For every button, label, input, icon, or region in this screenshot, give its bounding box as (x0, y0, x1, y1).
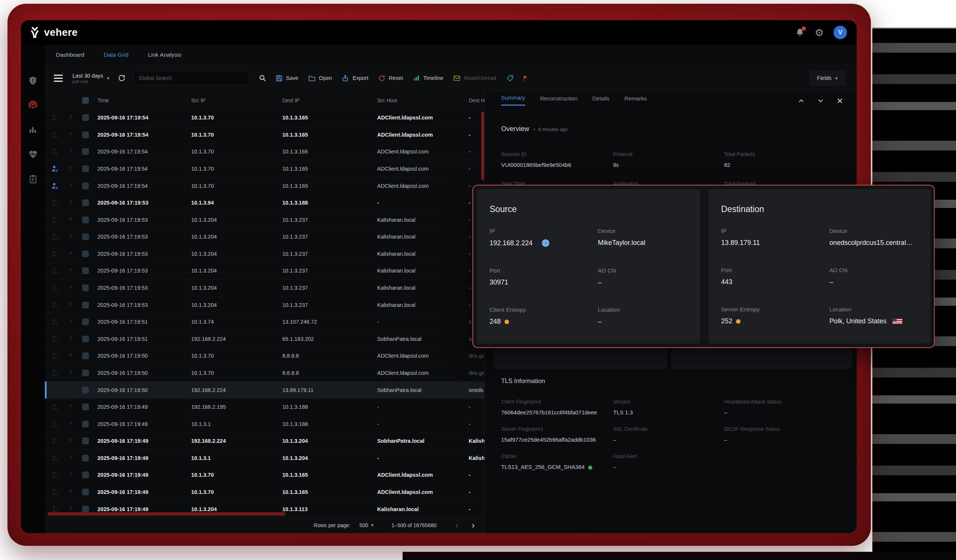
row-checkbox[interactable] (82, 284, 89, 291)
row-checkbox[interactable] (82, 199, 89, 206)
table-row[interactable]: 2025-09-16 17:19:4910.1.3.7010.1.3.165AD… (45, 467, 484, 484)
flag-faint-icon (68, 420, 75, 428)
column-header-src-ip[interactable]: Src IP (191, 97, 282, 104)
table-row[interactable]: 2025-09-16 17:19:5310.1.3.20410.1.3.237K… (45, 296, 484, 314)
shield-alert-icon[interactable] (28, 75, 38, 86)
threat-target-icon[interactable] (28, 100, 38, 110)
row-checkbox[interactable] (82, 132, 89, 138)
row-checkbox[interactable] (82, 370, 89, 376)
table-row[interactable]: 2025-09-16 17:19:5310.1.3.20410.1.3.237K… (45, 262, 484, 280)
table-row[interactable]: 2025-09-16 17:19:49192.168.2.19510.1.3.1… (45, 399, 484, 416)
row-checkbox[interactable] (82, 472, 89, 478)
export-button[interactable]: Export (342, 74, 368, 82)
table-row[interactable]: 2025-09-16 17:19:5410.1.3.7010.1.3.165AD… (45, 143, 484, 160)
table-row[interactable]: 2025-09-16 17:19:5010.1.3.708.8.8.8ADCli… (45, 348, 484, 365)
fields-button[interactable]: Fields ▾ (810, 71, 845, 85)
previous-page-button[interactable]: ‹ (451, 520, 462, 530)
reset-button[interactable]: Reset (378, 74, 403, 82)
background-bottom-strip (403, 552, 956, 560)
table-row[interactable]: 2025-09-16 17:19:5010.1.3.708.8.8.8ADCli… (45, 365, 484, 382)
time-range-picker[interactable]: Last 30 days just now ▾ (72, 72, 109, 84)
table-row[interactable]: 2025-09-16 17:19:51192.168.2.22465.1.183… (45, 331, 484, 348)
nav-tab-data-grid[interactable]: Data Grid (104, 52, 129, 58)
nav-tab-link-analysis[interactable]: Link Analysis (148, 52, 181, 58)
row-checkbox[interactable] (82, 336, 89, 342)
table-row[interactable]: 2025-09-16 17:19:5410.1.3.7010.1.3.165AD… (45, 160, 484, 178)
open-button[interactable]: Open (308, 74, 332, 82)
column-header-src-host[interactable]: Src Host (377, 97, 469, 104)
column-header-time[interactable]: Time (97, 97, 191, 104)
row-checkbox[interactable] (82, 114, 89, 121)
timeline-button[interactable]: Timeline (413, 74, 443, 82)
table-row[interactable]: 2025-09-16 17:19:5410.1.3.7010.1.3.165AD… (45, 177, 484, 195)
row-checkbox[interactable] (82, 387, 89, 394)
table-row[interactable]: 2025-09-16 17:19:50192.168.2.22413.89.17… (45, 381, 484, 399)
save-icon (275, 74, 283, 82)
detail-tab-remarks[interactable]: Remarks (624, 95, 647, 105)
refresh-icon[interactable] (118, 74, 126, 82)
table-row[interactable]: 2025-09-16 17:19:5410.1.3.7010.1.3.165AD… (45, 110, 484, 127)
user-avatar[interactable]: V (833, 26, 847, 39)
report-clipboard-icon[interactable] (28, 174, 38, 184)
row-checkbox[interactable] (82, 183, 89, 189)
table-row[interactable]: 2025-09-16 17:19:49192.168.2.22410.1.3.2… (45, 433, 484, 450)
row-checkbox[interactable] (82, 267, 89, 274)
horizontal-scrollbar[interactable] (48, 512, 285, 516)
row-checkbox[interactable] (82, 438, 89, 444)
cell-dest-ip: 13.107.246.72 (282, 319, 377, 325)
detail-tab-details[interactable]: Details (592, 95, 609, 105)
cell-src-ip: 10.1.3.70 (191, 472, 282, 478)
row-checkbox[interactable] (82, 353, 89, 359)
row-checkbox[interactable] (82, 403, 89, 410)
row-checkbox[interactable] (82, 506, 89, 513)
health-pulse-icon[interactable] (28, 149, 38, 159)
next-page-button[interactable]: › (467, 520, 479, 530)
read-unread-button[interactable]: Read/Unread (453, 74, 496, 82)
cell-src-ip: 10.1.3.1 (191, 421, 282, 427)
table-row[interactable]: 2025-09-16 17:19:5310.1.3.9410.1.3.188-- (45, 195, 484, 212)
field-ip: IP192.168.2.224 (490, 228, 598, 247)
notifications-bell-icon[interactable] (796, 28, 805, 37)
tag-icon[interactable] (506, 74, 514, 82)
cell-src-host: - (377, 319, 469, 325)
settings-gear-icon[interactable]: ⚙ (815, 28, 824, 38)
table-row[interactable]: 2025-09-16 17:19:5110.1.3.7413.107.246.7… (45, 314, 484, 331)
chevron-down-icon[interactable] (816, 97, 825, 105)
user-edit-icon (51, 147, 59, 156)
row-checkbox[interactable] (82, 251, 89, 257)
row-checkbox[interactable] (82, 148, 89, 155)
row-checkbox[interactable] (82, 233, 89, 240)
column-header-dest-ip[interactable]: Dest IP (282, 97, 377, 104)
table-row[interactable]: 2025-09-16 17:19:5310.1.3.20410.1.3.237K… (45, 246, 484, 263)
table-row[interactable]: 2025-09-16 17:19:4910.1.3.110.1.3.188-- (45, 416, 484, 433)
row-checkbox[interactable] (82, 318, 89, 325)
column-header-dest-host[interactable]: Dest Host (469, 97, 484, 104)
search-icon[interactable] (255, 71, 270, 85)
row-checkbox[interactable] (82, 421, 89, 427)
row-checkbox[interactable] (82, 455, 89, 461)
table-row[interactable]: 2025-09-16 17:19:5310.1.3.20410.1.3.237K… (45, 229, 484, 246)
select-all-checkbox[interactable] (82, 97, 89, 104)
row-checkbox[interactable] (82, 489, 89, 496)
detail-tab-summary[interactable]: Summary (501, 94, 525, 106)
rows-per-page-select[interactable]: 500 ▾ (359, 522, 373, 528)
close-icon[interactable] (836, 97, 844, 105)
row-checkbox[interactable] (82, 165, 89, 172)
table-row[interactable]: 2025-09-16 17:19:5310.1.3.20410.1.3.237K… (45, 211, 484, 229)
nav-tab-dashboard[interactable]: Dashboard (56, 52, 84, 58)
detail-tab-reconstruction[interactable]: Reconstruction (540, 95, 577, 105)
row-checkbox[interactable] (82, 216, 89, 223)
row-checkbox[interactable] (82, 302, 89, 308)
menu-hamburger-icon[interactable] (54, 75, 63, 82)
table-row[interactable]: 2025-09-16 17:19:4910.1.3.7010.1.3.165AD… (45, 484, 484, 501)
table-row[interactable]: 2025-09-16 17:19:4910.1.3.110.1.3.204-Ka… (45, 450, 484, 467)
bar-chart-icon[interactable] (28, 124, 38, 135)
vertical-scrollbar[interactable] (481, 112, 484, 180)
flag-icon[interactable] (522, 74, 529, 82)
table-row[interactable]: 2025-09-16 17:19:5310.1.3.20410.1.3.237K… (45, 280, 484, 297)
save-button[interactable]: Save (275, 74, 299, 82)
chevron-up-icon[interactable] (797, 97, 805, 105)
flag-faint-icon (68, 505, 75, 513)
table-row[interactable]: 2025-09-16 17:19:5410.1.3.7010.1.3.165AD… (45, 127, 484, 144)
global-search-input[interactable] (138, 75, 244, 82)
